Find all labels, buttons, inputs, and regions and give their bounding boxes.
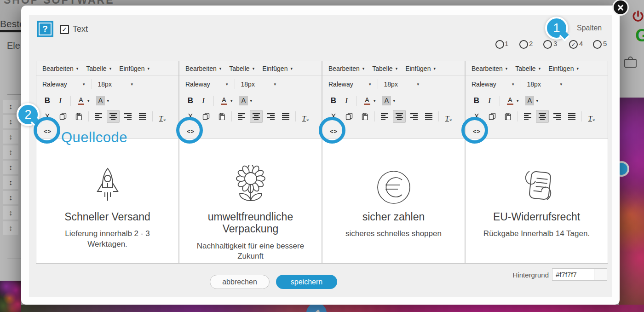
align-center-icon[interactable]: [536, 110, 549, 123]
columns-radio-1[interactable]: [495, 40, 504, 49]
menu-bearbeiten[interactable]: Bearbeiten▾: [185, 65, 221, 72]
menu-einfuegen[interactable]: Einfügen▾: [548, 65, 579, 72]
align-left-icon[interactable]: [521, 110, 534, 123]
background-color-input[interactable]: [552, 268, 594, 281]
align-center-icon[interactable]: [250, 110, 263, 123]
text-color-button[interactable]: A: [361, 94, 374, 107]
copy-icon[interactable]: [486, 110, 499, 123]
align-center-icon[interactable]: [393, 110, 406, 123]
copy-icon[interactable]: [343, 110, 356, 123]
menu-bearbeiten[interactable]: Bearbeiten▾: [42, 65, 78, 72]
drag-updown-icon[interactable]: [3, 161, 18, 174]
clear-formatting-icon[interactable]: T×: [156, 110, 169, 123]
italic-button[interactable]: I: [483, 94, 496, 107]
menu-einfuegen[interactable]: Einfügen▾: [262, 65, 293, 72]
clear-formatting-icon[interactable]: T×: [442, 110, 455, 123]
bold-button[interactable]: B: [470, 94, 483, 107]
caret-down-icon: ▾: [433, 66, 436, 71]
editor-content[interactable]: EU-Widerrufsrecht Rückgabe Innerhalb 14 …: [466, 139, 608, 263]
font-family-select[interactable]: Raleway: [322, 81, 369, 88]
text-color-button[interactable]: A: [75, 94, 87, 107]
text-color-button[interactable]: A: [218, 94, 230, 107]
font-size-select[interactable]: 18px: [378, 81, 417, 88]
background-color-button[interactable]: A: [237, 94, 250, 107]
bold-button[interactable]: B: [41, 94, 54, 107]
text-color-button[interactable]: A: [504, 94, 517, 107]
italic-button[interactable]: I: [197, 94, 210, 107]
clear-formatting-icon[interactable]: T×: [585, 110, 598, 123]
caret-down-icon: ▾: [417, 82, 420, 87]
align-left-icon[interactable]: [92, 110, 105, 123]
font-family-select[interactable]: Raleway: [466, 81, 512, 88]
editor-menubar: Bearbeiten▾ Tabelle▾ Einfügen▾: [36, 61, 178, 76]
italic-button[interactable]: I: [54, 94, 67, 107]
align-justify-icon[interactable]: [422, 110, 435, 123]
drag-updown-icon[interactable]: [3, 206, 18, 220]
font-size-select[interactable]: 18px: [92, 81, 131, 88]
bold-button[interactable]: B: [327, 94, 340, 107]
font-family-select[interactable]: Raleway: [179, 81, 226, 88]
editor-content[interactable]: Schneller Versand Lieferung innerhalb 2 …: [36, 139, 178, 263]
menu-bearbeiten[interactable]: Bearbeiten▾: [472, 65, 507, 72]
editor-content[interactable]: umweltfreundliche Verpackung Nachhaltigk…: [179, 139, 322, 263]
menu-einfuegen[interactable]: Einfügen▾: [119, 65, 150, 72]
drag-updown-icon[interactable]: [3, 221, 18, 235]
columns-radio-5[interactable]: [593, 40, 602, 49]
font-size-select[interactable]: 18px: [521, 81, 560, 88]
align-right-icon[interactable]: [551, 110, 564, 123]
shopping-bag-icon[interactable]: [624, 55, 638, 69]
drag-updown-icon[interactable]: [3, 115, 18, 128]
drag-updown-icon[interactable]: [3, 191, 18, 204]
caret-down-icon: ▾: [539, 66, 541, 71]
columns-radio-4-checked[interactable]: ✓: [569, 40, 578, 49]
paste-icon[interactable]: [72, 110, 85, 123]
save-button[interactable]: speichern: [276, 275, 337, 289]
menu-tabelle[interactable]: Tabelle▾: [372, 65, 397, 72]
drag-updown-icon[interactable]: [3, 176, 18, 189]
help-button[interactable]: ?: [37, 21, 53, 37]
menu-tabelle[interactable]: Tabelle▾: [515, 65, 540, 72]
italic-button[interactable]: I: [340, 94, 353, 107]
columns-radio-3[interactable]: [543, 40, 552, 49]
paste-icon[interactable]: [501, 110, 514, 123]
editor-formatrow: B I A ▾ A ▾: [466, 92, 608, 109]
align-justify-icon[interactable]: [279, 110, 292, 123]
menu-tabelle[interactable]: Tabelle▾: [229, 65, 254, 72]
copy-icon[interactable]: [200, 110, 213, 123]
editor-iconrow: T×: [179, 109, 322, 124]
align-center-icon[interactable]: [107, 110, 120, 123]
background-color-button[interactable]: A: [523, 94, 536, 107]
g-logo-icon[interactable]: G: [635, 26, 644, 46]
background-color-button[interactable]: A: [380, 94, 393, 107]
align-right-icon[interactable]: [264, 110, 277, 123]
paste-icon[interactable]: [358, 110, 371, 123]
align-right-icon[interactable]: [408, 110, 420, 123]
clear-formatting-icon[interactable]: T×: [299, 110, 312, 123]
align-justify-icon[interactable]: [565, 110, 578, 123]
text-checkbox[interactable]: ✓: [60, 25, 69, 34]
drag-updown-icon[interactable]: [3, 100, 18, 113]
paste-icon[interactable]: [215, 110, 228, 123]
align-right-icon[interactable]: [121, 110, 134, 123]
cancel-button[interactable]: abbrechen: [210, 275, 270, 289]
copy-icon[interactable]: [57, 110, 69, 123]
menu-bearbeiten[interactable]: Bearbeiten▾: [328, 65, 364, 72]
columns-radio-2[interactable]: [519, 40, 528, 49]
background-color-button[interactable]: A: [94, 94, 107, 107]
background-color-swatch[interactable]: [594, 268, 607, 281]
annotation-circle-source-1: [34, 117, 60, 144]
menu-tabelle[interactable]: Tabelle▾: [86, 65, 111, 72]
font-size-select[interactable]: 18px: [235, 81, 274, 88]
font-family-select[interactable]: Raleway: [36, 81, 83, 88]
bold-button[interactable]: B: [184, 94, 197, 107]
align-left-icon[interactable]: [235, 110, 248, 123]
drag-updown-icon[interactable]: [3, 145, 18, 159]
separator: [88, 111, 89, 121]
align-justify-icon[interactable]: [136, 110, 149, 123]
align-left-icon[interactable]: [378, 110, 391, 123]
menu-einfuegen[interactable]: Einfügen▾: [405, 65, 436, 72]
editor-content[interactable]: sicher zahlen sicheres schnelles shoppen: [322, 139, 465, 263]
drag-updown-icon[interactable]: [3, 130, 18, 144]
power-icon[interactable]: [631, 10, 644, 24]
sidebar-divider: [7, 94, 21, 95]
